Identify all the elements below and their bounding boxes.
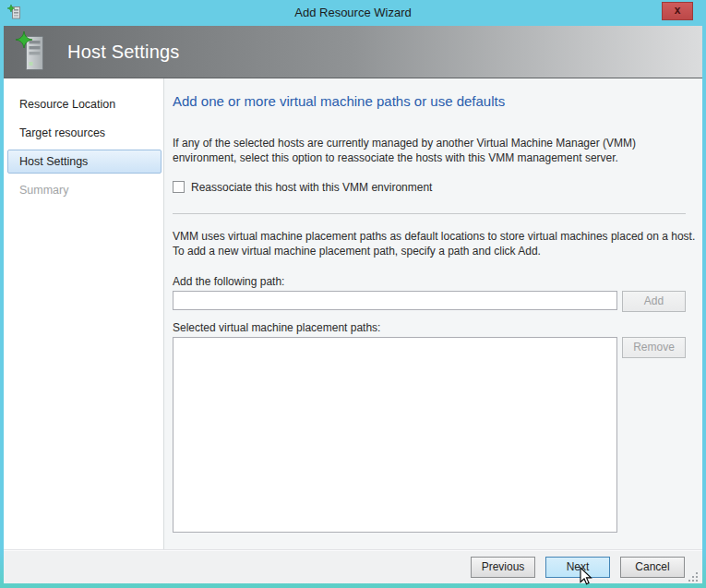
- close-icon: x: [675, 4, 681, 17]
- resize-grip-icon[interactable]: [688, 570, 699, 581]
- reassociate-checkbox-label[interactable]: Reassociate this host with this VMM envi…: [191, 181, 432, 194]
- wizard-body: Resource Location Target resources Host …: [4, 78, 702, 549]
- cancel-button[interactable]: Cancel: [620, 557, 685, 578]
- step-label: Resource Location: [19, 98, 115, 111]
- selected-paths-row: Remove: [173, 337, 686, 533]
- next-button[interactable]: Next: [545, 557, 610, 578]
- page-title: Host Settings: [67, 42, 180, 63]
- sidebar-item-resource-location[interactable]: Resource Location: [7, 92, 162, 116]
- step-label: Summary: [19, 184, 68, 197]
- panel-heading: Add one or more virtual machine paths or…: [173, 93, 702, 109]
- remove-path-button[interactable]: Remove: [622, 337, 686, 358]
- sidebar-item-target-resources[interactable]: Target resources: [7, 121, 162, 145]
- placement-description: VMM uses virtual machine placement paths…: [173, 230, 699, 259]
- host-settings-panel: Add one or more virtual machine paths or…: [164, 78, 702, 549]
- sidebar-item-host-settings[interactable]: Host Settings: [7, 150, 162, 174]
- wizard-footer: Previous Next Cancel: [4, 549, 702, 583]
- reassociate-checkbox-row[interactable]: Reassociate this host with this VMM envi…: [173, 181, 702, 194]
- close-button[interactable]: x: [662, 2, 693, 20]
- wizard-steps-sidebar: Resource Location Target resources Host …: [4, 78, 164, 549]
- path-input[interactable]: [173, 291, 617, 310]
- window-title: Add Resource Wizard: [0, 6, 706, 19]
- wizard-header: Host Settings: [4, 26, 702, 78]
- path-field-label: Add the following path:: [173, 275, 702, 288]
- add-resource-wizard-window: Add Resource Wizard x: [0, 0, 706, 588]
- selected-paths-listbox[interactable]: [173, 337, 617, 533]
- add-path-button[interactable]: Add: [622, 291, 686, 312]
- host-server-icon: [16, 31, 51, 72]
- sidebar-item-summary: Summary: [7, 178, 162, 202]
- reassociate-description: If any of the selected hosts are current…: [173, 137, 699, 166]
- previous-button[interactable]: Previous: [471, 557, 535, 578]
- titlebar: Add Resource Wizard x: [0, 0, 706, 26]
- wizard-frame: Host Settings Resource Location Target r…: [4, 26, 702, 583]
- step-label: Target resources: [19, 126, 105, 139]
- reassociate-checkbox[interactable]: [173, 181, 185, 193]
- section-divider: [173, 213, 686, 214]
- step-label: Host Settings: [19, 155, 88, 168]
- path-input-row: Add: [173, 291, 686, 312]
- selected-paths-label: Selected virtual machine placement paths…: [173, 321, 702, 334]
